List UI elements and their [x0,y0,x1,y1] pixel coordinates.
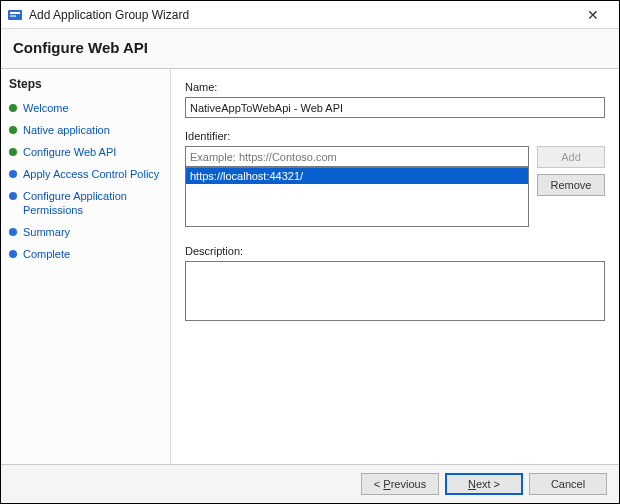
step-summary[interactable]: Summary [9,221,164,243]
step-configure-web-api[interactable]: Configure Web API [9,141,164,163]
next-suffix: ext > [476,478,500,490]
step-label: Configure Application Permissions [23,189,164,217]
step-welcome[interactable]: Welcome [9,97,164,119]
step-complete[interactable]: Complete [9,243,164,265]
wizard-icon [7,7,23,23]
step-apply-access-control-policy[interactable]: Apply Access Control Policy [9,163,164,185]
close-button[interactable]: ✕ [573,7,613,23]
identifier-label: Identifier: [185,130,605,142]
bullet-icon [9,250,17,258]
steps-heading: Steps [9,77,164,91]
add-button[interactable]: Add [537,146,605,168]
bullet-icon [9,104,17,112]
cancel-button[interactable]: Cancel [529,473,607,495]
previous-button[interactable]: < Previous [361,473,439,495]
next-mnemonic: N [468,478,476,490]
bullet-icon [9,170,17,178]
window-title: Add Application Group Wizard [29,8,573,22]
steps-sidebar: Steps Welcome Native application Configu… [1,69,171,464]
svg-rect-1 [10,12,20,14]
name-input[interactable] [185,97,605,118]
titlebar: Add Application Group Wizard ✕ [1,1,619,29]
step-label: Apply Access Control Policy [23,167,159,181]
page-header: Configure Web API [1,29,619,69]
prev-mnemonic: P [383,478,390,490]
bullet-icon [9,192,17,200]
description-input[interactable] [185,261,605,321]
step-label: Welcome [23,101,69,115]
bullet-icon [9,148,17,156]
next-button[interactable]: Next > [445,473,523,495]
identifier-input[interactable] [185,146,529,167]
step-native-application[interactable]: Native application [9,119,164,141]
remove-button[interactable]: Remove [537,174,605,196]
step-label: Native application [23,123,110,137]
identifier-list-item[interactable]: https://localhost:44321/ [186,168,528,184]
form-panel: Name: Identifier: https://localhost:4432… [171,69,619,464]
prev-prefix: < [374,478,383,490]
svg-rect-2 [10,15,16,17]
bullet-icon [9,126,17,134]
bullet-icon [9,228,17,236]
step-label: Complete [23,247,70,261]
wizard-window: Add Application Group Wizard ✕ Configure… [0,0,620,504]
steps-list: Welcome Native application Configure Web… [9,97,164,265]
identifier-list[interactable]: https://localhost:44321/ [185,167,529,227]
prev-suffix: revious [391,478,426,490]
name-label: Name: [185,81,605,93]
step-configure-application-permissions[interactable]: Configure Application Permissions [9,185,164,221]
step-label: Configure Web API [23,145,116,159]
page-title: Configure Web API [13,39,607,56]
step-label: Summary [23,225,70,239]
description-label: Description: [185,245,605,257]
wizard-footer: < Previous Next > Cancel [1,464,619,503]
